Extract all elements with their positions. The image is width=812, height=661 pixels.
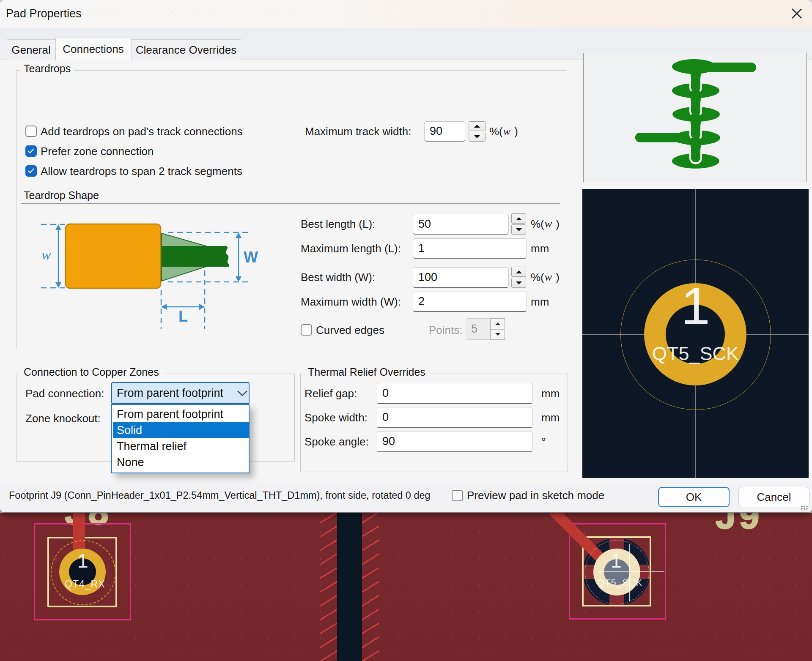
svg-text:W: W [244,249,258,266]
svg-text:w: w [41,247,51,262]
svg-text:L: L [178,308,188,325]
